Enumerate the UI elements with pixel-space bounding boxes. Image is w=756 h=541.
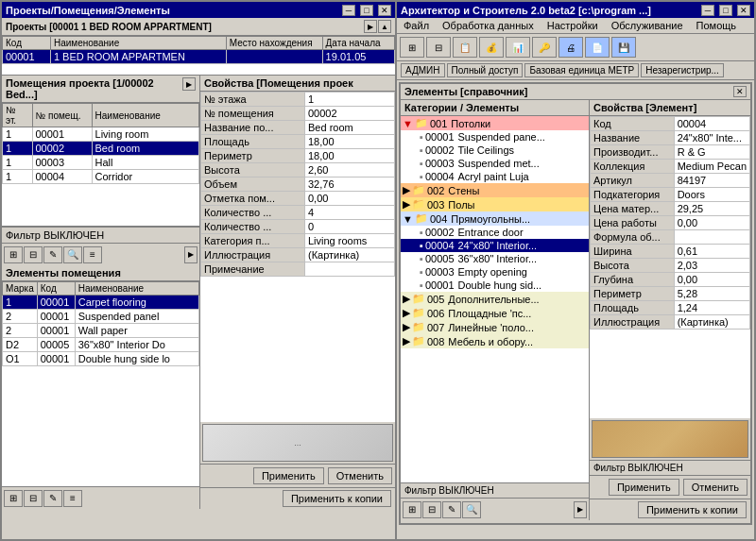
left-close-btn[interactable]: ✕ — [378, 5, 391, 16]
tree-item-00004-door[interactable]: ▪ 00004 24"x80" Interior... — [401, 239, 589, 252]
prop-value[interactable]: Doors — [674, 188, 749, 202]
apply-copy-btn-right[interactable]: Применить к копии — [638, 501, 747, 518]
prop-value[interactable]: 0,61 — [674, 245, 749, 259]
element-row[interactable]: 1 00001 Carpet flooring — [3, 296, 199, 310]
prop-value[interactable]: 1 — [305, 93, 395, 107]
prop-value[interactable]: 32,76 — [305, 178, 395, 192]
rooms-btn4[interactable]: 🔍 — [63, 246, 82, 263]
prop-value[interactable]: 0,00 — [674, 216, 749, 230]
tree-item-00002-door[interactable]: ▪ 00002 Entrance door — [401, 226, 589, 239]
menu-service[interactable]: Обслуживание — [609, 19, 686, 32]
tree-btn3[interactable]: ✎ — [442, 501, 461, 518]
toolbar-btn9[interactable]: 💾 — [611, 37, 636, 58]
prop-value[interactable]: 00004 — [674, 117, 749, 131]
toolbar-btn5[interactable]: 📊 — [506, 37, 530, 58]
menu-settings[interactable]: Настройки — [544, 19, 601, 32]
tree-nav-arrow[interactable]: ▶ — [574, 501, 587, 518]
elem-btn1[interactable]: ⊞ — [4, 490, 23, 507]
rooms-btn1[interactable]: ⊞ — [4, 246, 23, 263]
toolbar-btn2[interactable]: ⊟ — [426, 37, 451, 58]
apply-btn-right[interactable]: Применить — [609, 479, 679, 496]
prop-value[interactable]: 24"x80" Inte... — [674, 131, 749, 145]
prop-value[interactable] — [305, 262, 395, 277]
elem-btn3[interactable]: ✎ — [43, 490, 62, 507]
rooms-arrow[interactable]: ▶ — [184, 246, 198, 263]
toolbar-btn1[interactable]: ⊞ — [400, 37, 424, 58]
menu-file[interactable]: Файл — [401, 19, 432, 32]
toolbar-btn7[interactable]: 🖨 — [558, 37, 583, 58]
tree-item-00005-door[interactable]: ▪ 00005 36"x80" Interior... — [401, 252, 589, 265]
tree-item-00001-pot[interactable]: ▪ 00001 Suspended pane... — [401, 130, 589, 144]
category-004[interactable]: ▼ 📁 004 Прямоугольны... — [401, 211, 589, 226]
prop-value[interactable] — [674, 230, 749, 245]
toolbar-btn4[interactable]: 💰 — [479, 37, 504, 58]
tab-full-access[interactable]: Полный доступ — [447, 63, 524, 77]
tree-btn2[interactable]: ⊟ — [422, 501, 441, 518]
cancel-btn-left[interactable]: Отменить — [328, 467, 392, 484]
category-005[interactable]: ▶ 📁 005 Дополнительные... — [401, 292, 589, 306]
tree-item-00003-door[interactable]: ▪ 00003 Empty opening — [401, 265, 589, 279]
right-close-btn[interactable]: ✕ — [737, 5, 750, 16]
prop-value[interactable]: 84197 — [674, 174, 749, 188]
prop-value[interactable]: 5,28 — [674, 287, 749, 301]
prop-value[interactable]: 29,25 — [674, 202, 749, 216]
category-007[interactable]: ▶ 📁 007 Линейные 'поло... — [401, 320, 589, 334]
room-row[interactable]: 1 00003 Hall — [3, 156, 199, 170]
tab-base-unit[interactable]: Базовая единица МЕТР — [524, 63, 639, 77]
toolbar-btn3[interactable]: 📋 — [453, 37, 477, 58]
menu-data[interactable]: Обработка данных — [439, 19, 537, 32]
category-002[interactable]: ▶ 📁 002 Стены — [401, 183, 589, 197]
prop-value[interactable]: 2,60 — [305, 163, 395, 178]
right-maximize-btn[interactable]: □ — [719, 5, 732, 16]
category-006[interactable]: ▶ 📁 006 Площадные 'пс... — [401, 306, 589, 320]
cancel-btn-right[interactable]: Отменить — [683, 479, 747, 496]
prop-value[interactable]: Bed room — [305, 121, 395, 135]
rooms-btn3[interactable]: ✎ — [43, 246, 62, 263]
prop-value[interactable]: 00002 — [305, 107, 395, 121]
elements-close-btn[interactable]: ✕ — [733, 86, 747, 97]
prop-value[interactable]: R & G — [674, 145, 749, 160]
left-minimize-btn[interactable]: ─ — [342, 5, 355, 16]
prop-value[interactable]: Medium Pecan — [674, 160, 749, 174]
category-001[interactable]: ▼ 📁 001 Потолки — [401, 116, 589, 130]
prop-value[interactable]: 4 — [305, 206, 395, 220]
tree-btn1[interactable]: ⊞ — [403, 501, 421, 518]
tab-unregistered[interactable]: Незарегистрир... — [641, 63, 724, 77]
prop-value[interactable]: 2,03 — [674, 259, 749, 273]
prop-value[interactable]: 18,00 — [305, 135, 395, 149]
tree-item-00001-door[interactable]: ▪ 00001 Double hung sid... — [401, 279, 589, 292]
tree-btn4[interactable]: 🔍 — [462, 501, 481, 518]
tree-item-00002-pot[interactable]: ▪ 00002 Tile Ceilings — [401, 144, 589, 157]
room-row[interactable]: 1 00001 Living room — [3, 127, 199, 142]
prop-value[interactable]: 0 — [305, 220, 395, 234]
element-row[interactable]: D2 00005 36"x80" Interior Do — [3, 338, 199, 352]
toolbar-btn6[interactable]: 🔑 — [532, 37, 557, 58]
rooms-nav-btn[interactable]: ▶ — [182, 77, 196, 91]
tree-item-00004-pot[interactable]: ▪ 00004 Acryl paint Luja — [401, 170, 589, 183]
apply-btn-left[interactable]: Применить — [253, 467, 324, 484]
left-maximize-btn[interactable]: □ — [360, 5, 373, 16]
toolbar-btn8[interactable]: 📄 — [585, 37, 610, 58]
prop-value[interactable]: Living rooms — [305, 234, 395, 248]
right-minimize-btn[interactable]: ─ — [701, 5, 714, 16]
prop-value[interactable]: (Картинка) — [674, 315, 749, 330]
prop-value[interactable]: 0,00 — [305, 192, 395, 206]
elem-btn2[interactable]: ⊟ — [24, 490, 43, 507]
nav-up-btn[interactable]: ▲ — [378, 20, 391, 33]
elem-btn4[interactable]: ≡ — [63, 490, 82, 507]
room-row[interactable]: 1 00004 Corridor — [3, 170, 199, 184]
element-row[interactable]: O1 00001 Double hung side lo — [3, 352, 199, 366]
category-008[interactable]: ▶ 📁 008 Мебель и обору... — [401, 334, 589, 348]
nav-arrow-right-btn[interactable]: ▶ — [364, 20, 377, 33]
menu-help[interactable]: Помощь — [694, 19, 740, 32]
room-row[interactable]: 1 00002 Bed room — [3, 142, 199, 156]
element-row[interactable]: 2 00001 Wall paper — [3, 324, 199, 338]
category-003[interactable]: ▶ 📁 003 Полы — [401, 197, 589, 211]
tab-admin[interactable]: АДМИН — [401, 63, 445, 77]
rooms-btn5[interactable]: ≡ — [83, 246, 102, 263]
element-row[interactable]: 2 00001 Suspended panel — [3, 310, 199, 324]
apply-copy-btn-left[interactable]: Применить к копии — [283, 490, 391, 507]
prop-value[interactable]: 18,00 — [305, 149, 395, 163]
prop-value[interactable]: 1,24 — [674, 301, 749, 315]
project-row[interactable]: 00001 1 BED ROOM APPARTMEN 19.01.05 — [3, 50, 395, 64]
